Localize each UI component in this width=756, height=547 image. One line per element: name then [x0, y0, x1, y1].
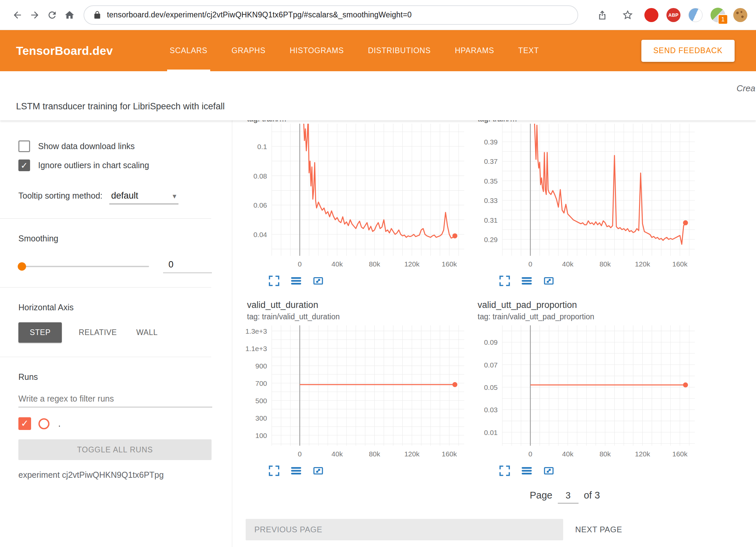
- page-of-label: of 3: [584, 490, 600, 501]
- chart-plot-top-right[interactable]: 0.290.310.330.350.370.39040k80k120k160k: [476, 124, 697, 270]
- smoothing-slider[interactable]: [18, 266, 149, 267]
- profile-avatar[interactable]: 1: [711, 8, 725, 22]
- tab-text[interactable]: TEXT: [516, 30, 542, 71]
- page-label: Page: [530, 490, 552, 501]
- chart-card: valid_utt_pad_proportiontag: train/valid…: [476, 288, 697, 478]
- chart-title: valid_utt_pad_proportion: [478, 300, 697, 310]
- experiment-id-text: experiment cj2vtPiwQHKN9Q1tx6PTpg: [18, 470, 212, 480]
- svg-text:900: 900: [255, 362, 267, 370]
- share-icon[interactable]: [594, 6, 611, 24]
- runs-list-icon[interactable]: [520, 464, 534, 478]
- pie-extension-icon[interactable]: [688, 8, 703, 22]
- smoothing-slider-thumb[interactable]: [18, 262, 26, 270]
- svg-text:120k: 120k: [404, 450, 420, 458]
- previous-page-button[interactable]: PREVIOUS PAGE: [246, 519, 563, 540]
- fit-domain-icon[interactable]: [311, 464, 325, 478]
- tab-scalars[interactable]: SCALARS: [167, 30, 210, 71]
- divider: [0, 287, 211, 288]
- svg-text:0.1: 0.1: [257, 143, 267, 150]
- svg-text:300: 300: [255, 414, 267, 422]
- chevron-down-icon: ▾: [172, 192, 176, 201]
- chart-card: tag: train/…0.040.060.080.1040k80k120k16…: [246, 120, 466, 288]
- horizontal-axis-label: Horizontal Axis: [18, 303, 212, 312]
- divider: [0, 357, 211, 357]
- fullscreen-icon[interactable]: [267, 464, 281, 478]
- send-feedback-button[interactable]: SEND FEEDBACK: [641, 40, 735, 62]
- chart-tag: tag: train/valid_utt_pad_proportion: [478, 312, 697, 321]
- chart-plot-top-left[interactable]: 0.040.060.080.1040k80k120k160k: [246, 124, 466, 270]
- show-download-checkbox[interactable]: [18, 140, 30, 152]
- notification-badge: 1: [718, 14, 728, 24]
- runs-filter-input[interactable]: [18, 391, 212, 407]
- svg-text:0.07: 0.07: [484, 361, 498, 369]
- next-page-button[interactable]: NEXT PAGE: [575, 525, 622, 534]
- tab-graphs[interactable]: GRAPHS: [229, 30, 268, 71]
- svg-text:700: 700: [255, 379, 267, 387]
- address-bar[interactable]: tensorboard.dev/experiment/cj2vtPiwQHKN9…: [84, 5, 578, 25]
- fullscreen-icon[interactable]: [498, 274, 512, 288]
- lock-icon: [93, 11, 102, 19]
- axis-relative-button[interactable]: RELATIVE: [76, 322, 119, 343]
- ignore-outliers-label: Ignore outliers in chart scaling: [38, 160, 149, 170]
- fit-domain-icon[interactable]: [542, 274, 556, 288]
- chart-toolbar: [267, 464, 466, 478]
- tooltip-sorting-select[interactable]: default▾: [109, 191, 178, 204]
- svg-text:0.35: 0.35: [484, 177, 498, 185]
- tab-distributions[interactable]: DISTRIBUTIONS: [365, 30, 433, 71]
- forward-icon[interactable]: [26, 6, 43, 24]
- experiment-title: LSTM transducer training for LibriSpeech…: [16, 101, 225, 112]
- ignore-outliers-row[interactable]: Ignore outliers in chart scaling: [18, 159, 212, 171]
- run-name: .: [58, 419, 61, 429]
- axis-step-button[interactable]: STEP: [18, 322, 62, 343]
- reload-icon[interactable]: [43, 6, 61, 24]
- chart-toolbar: [498, 464, 697, 478]
- subheader: Crea LSTM transducer training for LibriS…: [0, 71, 756, 120]
- primary-nav: SCALARS GRAPHS HISTOGRAMS DISTRIBUTIONS …: [167, 30, 560, 71]
- svg-text:1.3e+3: 1.3e+3: [246, 327, 267, 335]
- svg-text:0.09: 0.09: [484, 338, 498, 346]
- charts-panel: tag: train/…0.040.060.080.1040k80k120k16…: [232, 120, 756, 547]
- show-download-label: Show data download links: [38, 141, 135, 151]
- back-icon[interactable]: [9, 6, 26, 24]
- chart-tag-clipped: tag: train/…: [247, 120, 466, 124]
- smoothing-value-input[interactable]: [163, 259, 212, 273]
- chart-plot-valid-utt-pad-proportion[interactable]: 0.010.030.050.070.09040k80k120k160k: [476, 325, 697, 460]
- page-number-input[interactable]: [558, 490, 579, 504]
- bookmark-star-icon[interactable]: [619, 6, 636, 24]
- toggle-all-runs-button[interactable]: TOGGLE ALL RUNS: [18, 439, 212, 460]
- chart-plot-valid-utt-duration[interactable]: 1003005007009001.1e+31.3e+3040k80k120k16…: [246, 325, 466, 460]
- svg-text:120k: 120k: [635, 260, 650, 268]
- svg-text:80k: 80k: [369, 260, 380, 268]
- chart-tag: tag: train/valid_utt_duration: [247, 312, 466, 321]
- ignore-outliers-checkbox[interactable]: [18, 159, 30, 171]
- cookie-icon[interactable]: [733, 8, 747, 22]
- svg-text:160k: 160k: [672, 260, 687, 268]
- pagination: Page of 3: [530, 490, 756, 504]
- svg-text:0.03: 0.03: [484, 406, 498, 414]
- svg-text:40k: 40k: [332, 450, 343, 458]
- run-color-swatch[interactable]: [38, 418, 49, 429]
- fit-domain-icon[interactable]: [311, 274, 325, 288]
- run-checkbox[interactable]: [18, 417, 31, 430]
- runs-list-icon[interactable]: [289, 464, 303, 478]
- home-icon[interactable]: [61, 6, 78, 24]
- svg-text:0.31: 0.31: [484, 216, 498, 224]
- svg-text:100: 100: [255, 432, 267, 439]
- show-download-row[interactable]: Show data download links: [18, 140, 212, 152]
- tab-histograms[interactable]: HISTOGRAMS: [287, 30, 347, 71]
- runs-list-icon[interactable]: [289, 274, 303, 288]
- create-link-clipped[interactable]: Crea: [737, 83, 755, 94]
- app-logo: TensorBoard.dev: [16, 44, 113, 58]
- fullscreen-icon[interactable]: [498, 464, 512, 478]
- fullscreen-icon[interactable]: [267, 274, 281, 288]
- svg-text:0: 0: [298, 260, 302, 268]
- svg-text:500: 500: [255, 397, 267, 405]
- run-row[interactable]: .: [18, 417, 212, 430]
- adblock-extension-icon[interactable]: [644, 8, 658, 22]
- tab-hparams[interactable]: HPARAMS: [452, 30, 497, 71]
- axis-wall-button[interactable]: WALL: [134, 322, 160, 343]
- abp-extension-icon[interactable]: ABP: [666, 8, 680, 22]
- app-header: TensorBoard.dev SCALARS GRAPHS HISTOGRAM…: [0, 30, 756, 71]
- fit-domain-icon[interactable]: [542, 464, 556, 478]
- runs-list-icon[interactable]: [520, 274, 534, 288]
